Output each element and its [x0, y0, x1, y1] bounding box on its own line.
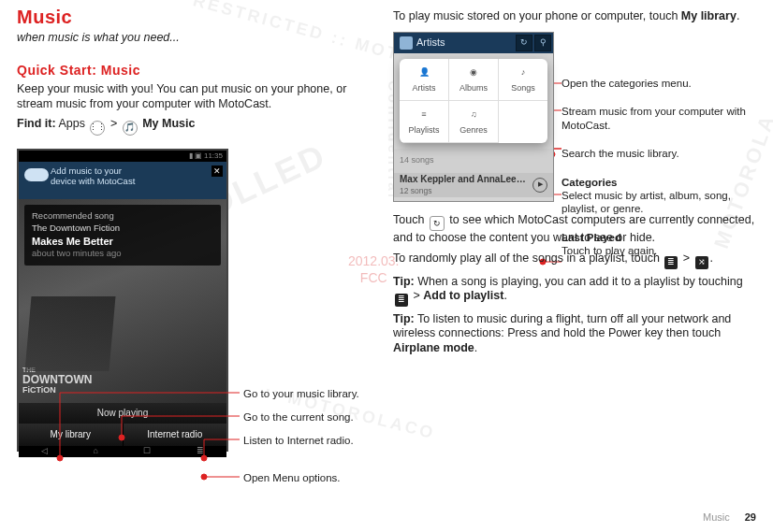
find-it-line: Find it: Apps ⋮⋮ > 🎵 My Music — [17, 117, 372, 136]
callout-search-library: Search the music library. — [562, 147, 763, 160]
tip-add-playlist: Tip: When a song is playing, you can add… — [393, 275, 758, 307]
motocast-banner[interactable]: Add music to your device with MotoCast ✕ — [19, 162, 226, 199]
phone-screenshot: ▮ ▣ 11:35 Add music to your device with … — [17, 149, 228, 452]
cat-playlists[interactable]: ≡ Playlists — [400, 101, 449, 143]
quick-start-body: Keep your music with you! You can put mu… — [17, 82, 372, 111]
status-time: 11:35 — [204, 151, 223, 161]
recent-icon[interactable]: ☐ — [143, 446, 151, 456]
right-intro: To play music stored on your phone or co… — [393, 9, 758, 24]
recommended-card[interactable]: Recommended song The Downtown Fiction Ma… — [24, 205, 221, 266]
quick-start-heading: Quick Start: Music — [17, 63, 372, 79]
banner-close-button[interactable]: ✕ — [211, 165, 223, 177]
music-app-icon: 🎵 — [123, 121, 138, 136]
cat-songs[interactable]: ♪ Songs — [499, 59, 547, 101]
tagline: when music is what you need... — [17, 31, 372, 46]
menu-icon[interactable]: ≣ — [197, 446, 204, 456]
android-nav-bar: ◁ ⌂ ☐ ≣ — [19, 446, 226, 457]
play-icon[interactable]: ▶ — [532, 178, 547, 193]
battery-icon: ▣ — [195, 151, 202, 161]
back-icon[interactable]: ◁ — [41, 446, 48, 456]
callout-library: Go to your music library. — [243, 387, 359, 400]
albums-icon: ◉ — [465, 65, 482, 81]
list-row-dim: 14 songs — [394, 149, 553, 173]
callout-current-song: Go to the current song. — [243, 410, 354, 424]
signal-icon: ▮ — [189, 151, 193, 161]
menu-titlebar: Artists ↻ ⚲ — [394, 33, 553, 53]
callout-categories: Categories Select music by artist, album… — [562, 176, 763, 216]
apps-icon: ⋮⋮ — [90, 121, 105, 136]
menu-lines-icon-2: ≣ — [395, 294, 408, 307]
cat-genres[interactable]: ♫ Genres — [449, 101, 499, 143]
bottom-tabs: My library Internet radio — [19, 424, 226, 446]
artist-titleicon — [400, 36, 413, 50]
cat-artists[interactable]: 👤 Artists — [400, 59, 449, 101]
categories-popup: 👤 Artists ◉ Albums ♪ Songs ≡ Playlists — [400, 59, 547, 143]
search-icon[interactable]: ⚲ — [534, 35, 551, 51]
cat-albums[interactable]: ◉ Albums — [449, 59, 499, 101]
tab-internet-radio[interactable]: Internet radio — [124, 424, 227, 446]
motocast-status-icon: ↻ — [430, 216, 445, 231]
album-cover[interactable]: Recommended song The Downtown Fiction Ma… — [19, 199, 226, 403]
cloud-icon — [24, 168, 43, 181]
categories-screenshot: Artists ↻ ⚲ 👤 Artists ◉ Albums ♪ Songs — [393, 32, 554, 202]
home-icon[interactable]: ⌂ — [94, 446, 98, 456]
tip-airplane: Tip: To listen to music during a flight,… — [393, 312, 758, 356]
right-callouts: Open the categories menu. Stream music f… — [562, 77, 763, 272]
callout-stream-motocast: Stream music from your computer with Mot… — [562, 105, 763, 132]
artists-icon: 👤 — [416, 65, 432, 81]
playlists-icon: ≡ — [416, 107, 432, 123]
page-footer: Music29 — [703, 511, 756, 525]
tab-my-library[interactable]: My library — [19, 424, 124, 446]
callout-last-played: Last Played Touch to play again. — [562, 231, 763, 258]
songs-icon: ♪ — [515, 65, 532, 81]
callout-internet-radio: Listen to Internet radio. — [243, 434, 354, 447]
page-title: Music — [17, 6, 372, 29]
callout-open-categories: Open the categories menu. — [562, 77, 763, 90]
now-playing-bar[interactable]: Now playing — [19, 403, 226, 424]
callout-menu-options: Open Menu options. — [243, 471, 341, 484]
genres-icon: ♫ — [465, 107, 482, 123]
status-bar: ▮ ▣ 11:35 — [19, 151, 226, 162]
svg-point-10 — [201, 474, 207, 480]
last-played-row[interactable]: Max Keppler and AnnaLee… 12 songs ▶ — [394, 173, 553, 197]
refresh-icon[interactable]: ↻ — [516, 35, 532, 51]
